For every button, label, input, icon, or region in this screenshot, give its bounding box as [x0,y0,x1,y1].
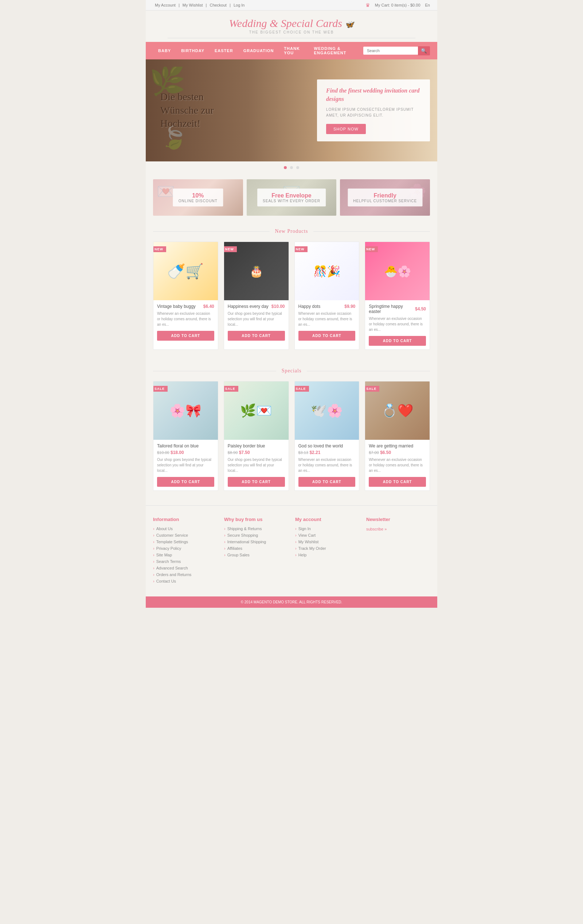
shop-now-button[interactable]: SHOP NOW [326,124,366,134]
product-name-0: Vintage baby buggy [157,304,196,309]
footer-link-viewcart: View Cart [295,533,359,538]
product-image-wrap-0: 🍼🛒 NEW [154,242,218,300]
special-name-3: We are getting married [369,444,413,449]
add-to-cart-special-0[interactable]: ADD TO CART [157,477,214,487]
add-to-cart-special-3[interactable]: ADD TO CART [369,477,426,487]
feature-overlay-1: Free Envelope SEALS WITH EVERY ORDER [257,189,326,206]
footer-why-buy-list: Shipping & Returns Secure Shopping Inter… [224,526,288,557]
lang-selector[interactable]: En [425,3,430,7]
dot-2[interactable] [290,166,293,169]
footer-link-orders: Orders and Returns [153,573,217,577]
nav-baby[interactable]: BABY [153,44,176,57]
special-card-0: 🌸🎀 SALE Tailored floral on blue $10.00 $… [153,381,218,491]
nav-graduation[interactable]: GRADUATION [238,44,279,57]
footer-my-account-list: Sign In View Cart My Wishlist Track My O… [295,526,359,557]
nav-birthday[interactable]: BIRTHDAY [176,44,210,57]
footer-link-sitemap: Site Map [153,553,217,557]
new-badge-2: NEW [295,246,307,252]
top-bar: My Account | My Wishlist | Checkout | Lo… [146,0,437,11]
site-logo[interactable]: Wedding & Special Cards 🦋 [153,17,430,30]
search-button[interactable]: 🔍 [418,46,430,55]
footer-newsletter: Newsletter subscribe » [366,516,430,586]
footer-link-signin: Sign In [295,526,359,531]
footer-link-trackorder: Track My Order [295,546,359,551]
special-desc-0: Our shop goes beyond the typical selecti… [157,457,214,473]
footer-link-search-terms: Search Terms [153,559,217,564]
special-desc-1: Our shop goes beyond the typical selecti… [228,457,285,473]
special-price-3: $6.50 [380,450,391,455]
copyright-text: © 2014 MAGENTO DEMO STORE. ALL RIGHTS RE… [241,600,342,604]
footer-information: Information About Us Customer Service Te… [153,516,217,586]
product-price-0: $6.40 [203,304,214,309]
feature-title-2: Friendly [353,192,417,199]
feature-title-1: Free Envelope [263,192,320,199]
carousel-dots [146,162,437,174]
feature-overlay-2: Friendly HELPFUL CUSTOMER SERVICE [348,189,422,206]
nav-thankyou[interactable]: THANK YOU [279,42,309,59]
footer-link-secure: Secure Shopping [224,533,288,538]
special-info-2: God so loved the world $3.13 $2.21 Whene… [295,440,359,490]
feature-banners: 💌 10% ONLINE DISCOUNT ✉️ Free Envelope S… [146,174,437,221]
my-account-link[interactable]: My Account [155,3,176,7]
footer-link-international: International Shipping [224,540,288,544]
special-card-3: 💍❤️ SALE We are getting married $7.00 $6… [365,381,430,491]
special-image-wrap-0: 🌸🎀 SALE [154,381,218,440]
feature-sub-2: HELPFUL CUSTOMER SERVICE [353,199,417,203]
logo-subtitle: THE BIGGEST CHOICE ON THE WEB [153,30,430,34]
special-price-2: $2.21 [309,450,320,455]
footer-information-list: About Us Customer Service Template Setti… [153,526,217,583]
new-badge-0: NEW [154,246,166,252]
special-image-wrap-2: 🕊️🌸 SALE [295,381,359,440]
footer-link-affiliates: Affiliates [224,546,288,551]
product-card-1: 🎂 NEW Happiness every day $10.00 Our sho… [224,242,289,350]
checkout-link[interactable]: Checkout [210,3,226,7]
special-price-0: $18.00 [170,450,184,455]
search-input[interactable] [363,47,418,54]
product-desc-3: Whenever an exclusive occasion or holida… [369,316,426,332]
new-products-grid: 🍼🛒 NEW Vintage baby buggy $6.40 Whenever… [146,242,437,357]
add-to-cart-3[interactable]: ADD TO CART [369,336,426,346]
add-to-cart-0[interactable]: ADD TO CART [157,331,214,341]
add-to-cart-special-2[interactable]: ADD TO CART [299,477,356,487]
product-info-1: Happiness every day $10.00 Our shop goes… [224,300,289,344]
product-card-3: 🐣🌸 NEW Springtime happy easter $4.50 Whe… [365,242,430,350]
newsletter-subscribe-link[interactable]: subscribe » [366,527,386,531]
bottom-bar: © 2014 MAGENTO DEMO STORE. ALL RIGHTS RE… [146,596,437,608]
product-desc-2: Whenever an exclusive occasion or holida… [299,311,356,327]
my-wishlist-link[interactable]: My Wishlist [183,3,203,7]
special-name-0: Tailored floral on blue [157,444,198,449]
special-info-0: Tailored floral on blue $10.00 $18.00 Ou… [154,440,218,490]
footer-link-group: Group Sales [224,553,288,557]
product-info-0: Vintage baby buggy $6.40 Whenever an exc… [154,300,218,344]
cart-link[interactable]: My Cart: 0 item(s) - $0.00 [375,3,421,7]
new-products-title: New Products [270,228,314,234]
cart-icon: ♛ [365,2,370,8]
sale-badge-0: SALE [154,386,168,392]
add-to-cart-2[interactable]: ADD TO CART [299,331,356,341]
special-desc-3: Whenever an exclusive occasion or holida… [369,457,426,473]
hero-left: Die bestenWünsche zurHochzeit! [146,79,317,141]
footer-newsletter-title: Newsletter [366,516,430,522]
top-bar-links: My Account | My Wishlist | Checkout | Lo… [153,3,247,7]
feature-overlay-0: 10% ONLINE DISCOUNT [173,189,223,206]
dot-1[interactable] [284,166,287,169]
product-price-1: $10.00 [271,304,285,309]
product-image-wrap-3: 🐣🌸 NEW [365,242,429,300]
nav-wedding[interactable]: WEDDING & ENGAGEMENT [309,42,363,59]
special-name-1: Paisley border blue [228,444,265,449]
login-link[interactable]: Log In [234,3,245,7]
special-old-price-0: $10.00 [157,450,169,455]
add-to-cart-special-1[interactable]: ADD TO CART [228,477,285,487]
nav-easter[interactable]: EASTER [210,44,238,57]
feature-sub-1: SEALS WITH EVERY ORDER [263,199,320,203]
sale-badge-2: SALE [295,386,309,392]
product-image-wrap-2: 🎊🎉 NEW [295,242,359,300]
footer-my-account-title: My account [295,516,359,522]
special-old-price-2: $3.13 [299,450,309,455]
new-products-header: New Products [146,221,437,242]
special-old-price-3: $7.00 [369,450,379,455]
hero-background: 🌿 🍃 Die bestenWünsche zurHochzeit! Find … [146,59,437,162]
product-desc-1: Our shop goes beyond the typical selecti… [228,311,285,327]
add-to-cart-1[interactable]: ADD TO CART [228,331,285,341]
dot-3[interactable] [296,166,299,169]
